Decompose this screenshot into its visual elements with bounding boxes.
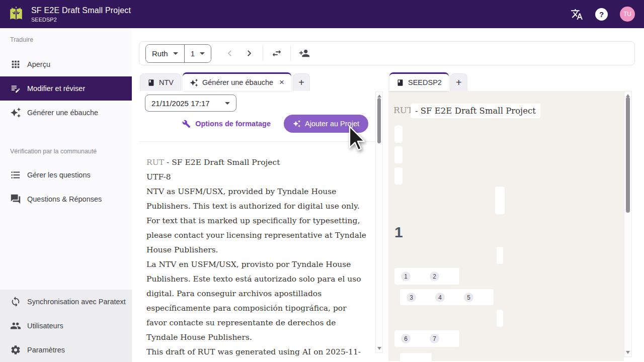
scrollbar-thumb[interactable] [626,97,630,213]
plus-icon: + [456,77,462,88]
scroll-up-icon[interactable] [377,95,381,98]
draft-actions-row: Options de formatage Ajouter au Projet [182,115,368,133]
verse-number-badge: 6 [401,334,411,343]
draft-panel-tabbar: NTV Générer une ébauche × + [139,72,383,91]
empty-segment-placeholder[interactable] [497,310,503,327]
draft-book-heading: RUT- SF E2E Draft Small Project [146,155,369,170]
tab-ntv[interactable]: NTV [140,73,181,91]
book-icon [147,79,155,86]
project-scrollbar[interactable] [624,91,632,357]
dropdown-arrow-icon [200,52,205,55]
sidebar: Traduire Aperçu Modifier et réviser Géné… [0,28,132,362]
sidebar-item-label: Synchronisation avec Paratext [27,298,126,306]
sidebar-item-overview[interactable]: Aperçu [0,52,132,76]
language-button[interactable] [571,8,583,21]
previous-chapter-button[interactable] [220,43,239,63]
help-button[interactable]: ? [595,8,608,21]
sidebar-item-edit-review[interactable]: Modifier et réviser [0,76,132,101]
wrench-icon [182,120,191,128]
chapter-number: 1 [394,224,403,241]
sparkles-icon [10,107,21,118]
chevron-left-icon [225,49,234,58]
sidebar-item-sync-paratext[interactable]: Synchronisation avec Paratext [0,290,132,314]
verse-row[interactable]: 3 4 5 [400,289,494,305]
draft-preview-text: RUT- SF E2E Draft Small Project UTF-8 NT… [146,155,369,362]
tab-label: Générer une ébauche [202,78,273,86]
next-chapter-button[interactable] [239,43,259,63]
project-panel-tabbar: SEEDSP2 + [388,72,635,91]
draft-copyright-es: La NTV en USFM/USX, provisto por Tyndale… [146,257,369,345]
avatar[interactable]: TU [620,7,635,22]
translate-icon [571,8,583,21]
verse-row[interactable]: 1 2 [394,268,459,285]
book-code: RUT [146,158,164,167]
add-tab-button[interactable]: + [450,73,467,91]
verse-number-badge: 7 [430,334,439,343]
book-title-segment[interactable]: - SF E2E Draft Small Project [411,104,540,118]
toolbar-divider [290,46,291,61]
gear-icon [10,344,21,355]
tab-seedsp2[interactable]: SEEDSP2 [389,72,449,91]
sidebar-item-settings[interactable]: Paramètres [0,338,132,362]
plus-icon: + [298,77,304,88]
book-icon [396,79,404,86]
tab-label: NTV [159,78,174,86]
scroll-down-icon[interactable] [626,351,630,354]
draft-copyright-en: NTV as USFM/USX, provided by Tyndale Hou… [146,185,369,257]
draft-date-value: 21/11/2025 17:17 [151,99,210,108]
scroll-down-icon[interactable] [377,347,381,350]
book-code: RUT [393,105,413,115]
help-icon: ? [599,10,604,19]
tab-generate-draft[interactable]: Générer une ébauche × [183,72,291,91]
add-to-project-label: Ajouter au Projet [305,120,359,128]
chevron-right-icon [245,49,254,58]
book-select[interactable]: Ruth [146,45,184,62]
dropdown-arrow-icon [225,102,230,105]
app-screen: SF E2E Draft Small Project SEEDSP2 ? TU … [0,0,644,362]
sidebar-item-questions-answers[interactable]: Questions & Réponses [0,187,132,211]
scrollbar-thumb[interactable] [377,98,381,143]
project-editor[interactable]: RUT - SF E2E Draft Small Project 1 1 2 3… [388,91,624,361]
empty-segment-placeholder[interactable] [497,247,503,264]
draft-scrollbar[interactable] [375,92,383,353]
add-to-project-button[interactable]: Ajouter au Projet [284,115,368,133]
verse-number-badge: 4 [435,293,445,302]
sidebar-item-label: Modifier et réviser [27,84,85,93]
empty-segment-placeholder[interactable] [394,126,403,143]
verse-row[interactable] [400,353,432,361]
sidebar-item-label: Utilisateurs [27,322,63,330]
sidebar-item-manage-questions[interactable]: Gérer les questions [0,163,132,187]
draft-ai-note: This draft of RUT was generated using AI… [146,345,369,362]
share-add-user-button[interactable] [295,43,314,63]
app-header: SF E2E Draft Small Project SEEDSP2 ? TU [0,0,644,28]
sidebar-item-generate-draft[interactable]: Générer une ébauche [0,101,132,125]
close-icon[interactable]: × [279,77,284,87]
draft-line-encoding: UTF-8 [146,170,369,185]
empty-segment-placeholder[interactable] [495,187,505,214]
book-chapter-group: Ruth 1 [145,44,211,63]
verse-row[interactable]: 6 7 [394,330,459,347]
empty-segment-placeholder[interactable] [394,167,403,185]
sidebar-item-label: Paramètres [27,346,65,354]
sidebar-item-label: Questions & Réponses [27,195,102,203]
sync-icon [10,296,21,307]
chapter-toolbar: Ruth 1 [139,41,635,65]
sidebar-item-users[interactable]: Utilisateurs [0,314,132,338]
empty-segment-placeholder[interactable] [394,146,403,163]
draft-date-select[interactable]: 21/11/2025 17:17 [145,95,236,112]
list-icon [10,169,21,180]
format-options-label: Options de formatage [195,120,271,128]
tab-label: SEEDSP2 [408,78,442,86]
swap-source-target-button[interactable] [267,43,286,63]
sidebar-item-label: Gérer les questions [27,171,91,179]
format-options-button[interactable]: Options de formatage [182,120,271,128]
app-logo-icon [8,6,24,23]
chapter-select[interactable]: 1 [184,45,211,62]
draft-header-divider [139,141,375,142]
add-tab-button[interactable]: + [293,73,310,91]
dropdown-arrow-icon [173,52,178,55]
person-add-icon [299,48,310,59]
book-title: - SF E2E Draft Small Project [167,158,280,167]
project-panel: SEEDSP2 + RUT - SF E2E Draft Small Proje… [388,72,635,361]
book-select-value: Ruth [152,49,168,58]
